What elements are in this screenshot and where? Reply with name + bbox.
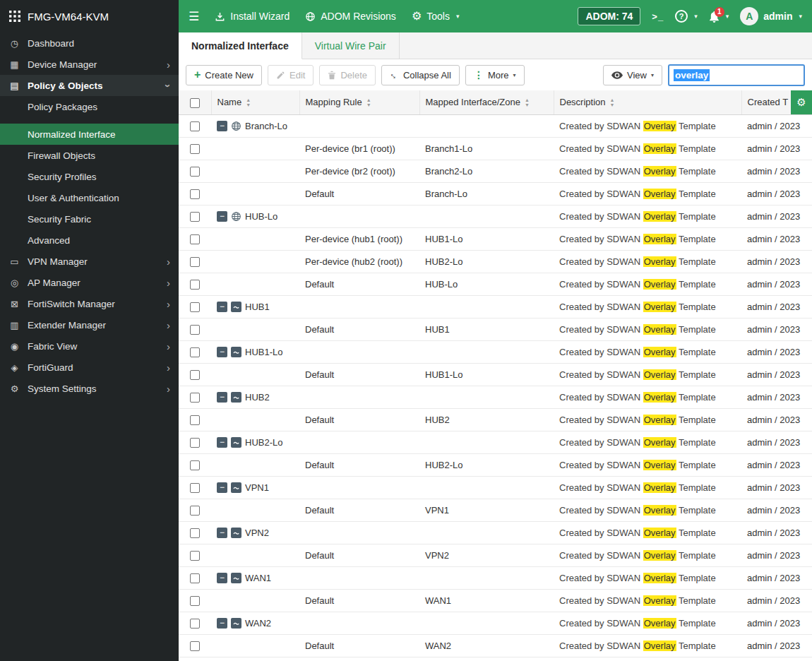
install-wizard-button[interactable]: Install Wizard xyxy=(215,11,289,22)
row-checkbox[interactable] xyxy=(190,370,200,380)
column-settings-button[interactable]: ⚙ xyxy=(791,90,812,114)
row-checkbox[interactable] xyxy=(190,189,200,199)
table-row[interactable]: − HUB-Lo Created by SDWAN Overlay Templa… xyxy=(179,205,812,227)
edit-button[interactable]: Edit xyxy=(268,65,314,85)
column-header-description[interactable]: Description▲▼ xyxy=(554,90,741,114)
cli-console-icon[interactable]: >_ xyxy=(652,11,664,22)
table-row[interactable]: − HUB2-Lo Created by SDWAN Overlay Templ… xyxy=(179,431,812,453)
row-checkbox[interactable] xyxy=(190,641,200,651)
column-header-mapped-interface[interactable]: Mapped Interface/Zone▲▼ xyxy=(419,90,554,114)
view-button[interactable]: View ▾ xyxy=(603,65,662,85)
row-checkbox[interactable] xyxy=(190,144,200,154)
adom-revisions-button[interactable]: ADOM Revisions xyxy=(305,11,396,22)
row-checkbox[interactable] xyxy=(190,393,200,403)
row-checkbox[interactable] xyxy=(190,438,200,448)
sidebar-item-device-manager[interactable]: ▦ Device Manager › xyxy=(0,54,179,75)
table-row[interactable]: Default WAN1 Created by SDWAN Overlay Te… xyxy=(179,589,812,612)
collapse-toggle-icon[interactable]: − xyxy=(217,302,227,312)
adom-badge[interactable]: ADOM: 74 xyxy=(578,7,640,25)
table-row[interactable]: Default WAN2 Created by SDWAN Overlay Te… xyxy=(179,634,812,657)
table-row[interactable]: − HUB1-Lo Created by SDWAN Overlay Templ… xyxy=(179,340,812,363)
table-row[interactable]: Per-device (hub2 (root)) HUB2-Lo Created… xyxy=(179,250,812,273)
delete-button[interactable]: Delete xyxy=(319,65,376,85)
sidebar-item-security-fabric[interactable]: Security Fabric xyxy=(0,208,179,230)
create-new-button[interactable]: + Create New xyxy=(186,65,262,85)
collapse-toggle-icon[interactable]: − xyxy=(217,528,227,538)
column-header-name[interactable]: Name▲▼ xyxy=(211,90,299,114)
row-checkbox[interactable] xyxy=(190,596,200,606)
row-checkbox[interactable] xyxy=(190,573,200,583)
collapse-toggle-icon[interactable]: − xyxy=(217,573,227,583)
row-checkbox[interactable] xyxy=(190,347,200,357)
sidebar-item-advanced[interactable]: Advanced xyxy=(0,230,179,251)
user-menu[interactable]: A admin ▾ xyxy=(740,7,802,25)
sidebar-item-fortiswitch-manager[interactable]: ⊠ FortiSwitch Manager › xyxy=(0,293,179,314)
sidebar-item-user-authentication[interactable]: User & Authentication xyxy=(0,187,179,208)
table-row[interactable]: Default HUB-Lo Created by SDWAN Overlay … xyxy=(179,273,812,295)
row-checkbox[interactable] xyxy=(190,551,200,561)
app-grid-icon[interactable] xyxy=(9,11,20,22)
sidebar-item-security-profiles[interactable]: Security Profiles xyxy=(0,166,179,187)
sidebar-item-dashboard[interactable]: ◷ Dashboard xyxy=(0,32,179,54)
collapse-toggle-icon[interactable]: − xyxy=(217,437,227,448)
table-row[interactable]: Per-device (br2 (root)) Branch2-Lo Creat… xyxy=(179,160,812,182)
table-row[interactable]: Default Branch-Lo Created by SDWAN Overl… xyxy=(179,182,812,205)
row-checkbox[interactable] xyxy=(190,325,200,335)
table-row[interactable]: − HUB2 Created by SDWAN Overlay Template… xyxy=(179,386,812,408)
hamburger-menu-icon[interactable]: ☰ xyxy=(189,9,199,24)
row-checkbox[interactable] xyxy=(190,528,200,538)
collapse-toggle-icon[interactable]: − xyxy=(217,482,227,493)
table-row[interactable]: − VPN1 Created by SDWAN Overlay Template… xyxy=(179,476,812,499)
collapse-toggle-icon[interactable]: − xyxy=(217,618,227,629)
collapse-toggle-icon[interactable]: − xyxy=(217,347,227,357)
table-row[interactable]: − WAN1 Created by SDWAN Overlay Template… xyxy=(179,566,812,589)
sidebar-item-system-settings[interactable]: ⚙ System Settings › xyxy=(0,378,179,399)
sidebar-item-policy-objects[interactable]: ▤ Policy & Objects › xyxy=(0,75,179,96)
search-input[interactable]: overlay xyxy=(668,64,805,86)
table-row[interactable]: Default VPN2 Created by SDWAN Overlay Te… xyxy=(179,544,812,566)
sidebar-item-vpn-manager[interactable]: ▭ VPN Manager › xyxy=(0,251,179,272)
table-row[interactable]: Default HUB2 Created by SDWAN Overlay Te… xyxy=(179,408,812,431)
table-row[interactable]: Default VPN1 Created by SDWAN Overlay Te… xyxy=(179,499,812,521)
table-row[interactable]: − WAN2 Created by SDWAN Overlay Template… xyxy=(179,612,812,634)
sidebar-item-ap-manager[interactable]: ◎ AP Manager › xyxy=(0,272,179,293)
table-row[interactable]: Per-device (br1 (root)) Branch1-Lo Creat… xyxy=(179,137,812,160)
table-row[interactable]: Default HUB1-Lo Created by SDWAN Overlay… xyxy=(179,363,812,386)
sidebar-item-fortiguard[interactable]: ◈ FortiGuard › xyxy=(0,357,179,378)
table-row[interactable]: − HUB1 Created by SDWAN Overlay Template… xyxy=(179,295,812,318)
sidebar-item-extender-manager[interactable]: ▥ Extender Manager › xyxy=(0,314,179,335)
collapse-toggle-icon[interactable]: − xyxy=(217,121,227,131)
collapse-toggle-icon[interactable]: − xyxy=(217,211,227,222)
sidebar-item-policy-packages[interactable]: Policy Packages xyxy=(0,96,179,117)
table-row[interactable]: − VPN2 Created by SDWAN Overlay Template… xyxy=(179,521,812,544)
row-checkbox[interactable] xyxy=(190,212,200,222)
select-all-checkbox[interactable] xyxy=(190,98,200,108)
collapse-all-button[interactable]: ↔ Collapse All xyxy=(381,65,460,85)
table-row[interactable]: Default HUB1 Created by SDWAN Overlay Te… xyxy=(179,318,812,340)
row-checkbox[interactable] xyxy=(190,460,200,470)
sidebar-item-normalized-interface[interactable]: Normalized Interface xyxy=(0,124,179,145)
row-checkbox[interactable] xyxy=(190,257,200,267)
sidebar-item-fabric-view[interactable]: ◉ Fabric View › xyxy=(0,335,179,357)
table-row[interactable]: − Branch-Lo Created by SDWAN Overlay Tem… xyxy=(179,114,812,137)
notifications-menu[interactable]: 1 ▾ xyxy=(709,11,729,23)
tools-menu[interactable]: ⚙ Tools ▾ xyxy=(412,11,460,22)
column-header-mapping-rule[interactable]: Mapping Rule▲▼ xyxy=(299,90,419,114)
more-button[interactable]: ⋮ More ▾ xyxy=(465,65,525,85)
sidebar-item-firewall-objects[interactable]: Firewall Objects xyxy=(0,145,179,166)
table-row[interactable]: Default HUB2-Lo Created by SDWAN Overlay… xyxy=(179,453,812,476)
row-checkbox[interactable] xyxy=(190,121,200,131)
help-menu[interactable]: ? ▾ xyxy=(675,10,698,23)
collapse-toggle-icon[interactable]: − xyxy=(217,392,227,403)
row-checkbox[interactable] xyxy=(190,167,200,177)
row-checkbox[interactable] xyxy=(190,619,200,629)
tab-virtual-wire-pair[interactable]: Virtual Wire Pair xyxy=(302,32,400,59)
tab-normalized-interface[interactable]: Normalized Interface xyxy=(179,32,302,59)
row-checkbox[interactable] xyxy=(190,234,200,244)
row-checkbox[interactable] xyxy=(190,302,200,312)
row-checkbox[interactable] xyxy=(190,506,200,516)
table-row[interactable]: Per-device (hub1 (root)) HUB1-Lo Created… xyxy=(179,227,812,250)
row-checkbox[interactable] xyxy=(190,483,200,493)
row-checkbox[interactable] xyxy=(190,280,200,290)
row-checkbox[interactable] xyxy=(190,415,200,425)
